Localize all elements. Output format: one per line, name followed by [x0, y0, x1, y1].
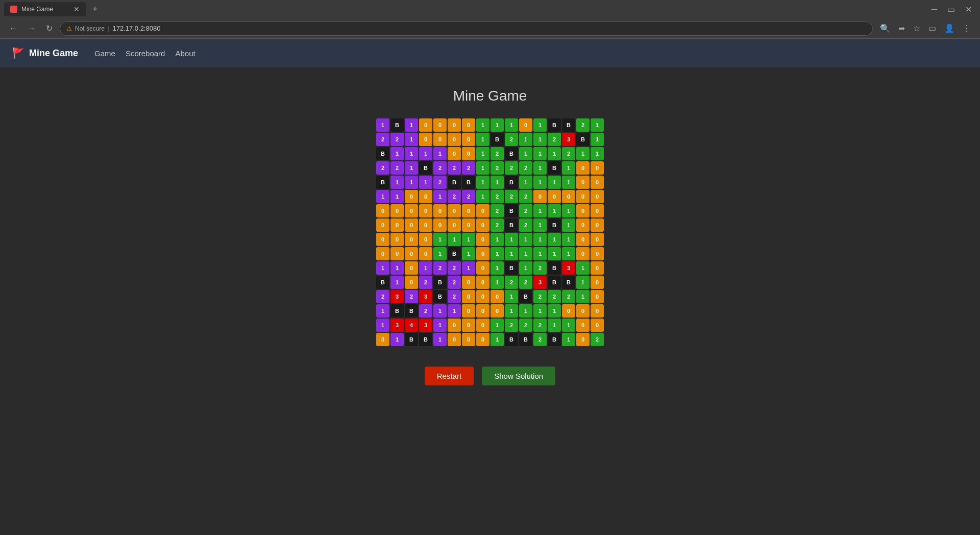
- grid-cell[interactable]: 1: [476, 176, 489, 189]
- grid-cell[interactable]: 0: [476, 261, 489, 275]
- grid-cell[interactable]: 1: [505, 290, 518, 303]
- grid-cell[interactable]: 1: [533, 161, 547, 175]
- grid-cell[interactable]: 1: [405, 161, 418, 175]
- grid-cell[interactable]: 0: [448, 118, 461, 132]
- grid-cell[interactable]: 0: [433, 133, 447, 146]
- grid-cell[interactable]: 1: [491, 176, 504, 189]
- grid-cell[interactable]: 0: [419, 118, 432, 132]
- grid-cell[interactable]: 0: [476, 333, 489, 346]
- grid-cell[interactable]: 0: [562, 304, 575, 318]
- grid-cell[interactable]: 0: [419, 218, 432, 232]
- grid-cell[interactable]: 0: [419, 190, 432, 203]
- grid-cell[interactable]: 1: [491, 276, 504, 289]
- grid-cell[interactable]: B: [505, 333, 518, 346]
- grid-cell[interactable]: 2: [505, 133, 518, 146]
- grid-cell[interactable]: 1: [491, 247, 504, 260]
- grid-cell[interactable]: 2: [548, 290, 561, 303]
- grid-cell[interactable]: 2: [548, 133, 561, 146]
- grid-cell[interactable]: 1: [519, 261, 532, 275]
- menu-button[interactable]: ⋮: [960, 21, 974, 35]
- grid-cell[interactable]: 1: [491, 319, 504, 332]
- grid-cell[interactable]: 3: [562, 261, 575, 275]
- grid-cell[interactable]: 2: [491, 204, 504, 217]
- grid-cell[interactable]: 1: [405, 147, 418, 160]
- grid-cell[interactable]: 2: [562, 290, 575, 303]
- grid-cell[interactable]: 0: [591, 319, 604, 332]
- grid-cell[interactable]: 1: [376, 319, 389, 332]
- grid-cell[interactable]: 0: [462, 290, 475, 303]
- grid-cell[interactable]: 1: [562, 176, 575, 189]
- grid-cell[interactable]: 2: [390, 161, 404, 175]
- grid-cell[interactable]: 0: [405, 247, 418, 260]
- grid-cell[interactable]: B: [576, 133, 590, 146]
- grid-cell[interactable]: B: [505, 147, 518, 160]
- grid-cell[interactable]: 2: [576, 118, 590, 132]
- grid-cell[interactable]: 1: [405, 176, 418, 189]
- grid-cell[interactable]: B: [548, 261, 561, 275]
- grid-cell[interactable]: 1: [505, 118, 518, 132]
- grid-cell[interactable]: 0: [433, 218, 447, 232]
- grid-cell[interactable]: 0: [390, 204, 404, 217]
- grid-cell[interactable]: 2: [433, 176, 447, 189]
- grid-cell[interactable]: 1: [419, 147, 432, 160]
- restore-button[interactable]: ▭: [943, 3, 959, 16]
- grid-cell[interactable]: 1: [433, 247, 447, 260]
- grid-cell[interactable]: B: [390, 304, 404, 318]
- grid-cell[interactable]: 3: [562, 133, 575, 146]
- restart-button[interactable]: Restart: [425, 367, 474, 385]
- grid-cell[interactable]: 2: [519, 218, 532, 232]
- grid-cell[interactable]: B: [562, 276, 575, 289]
- grid-cell[interactable]: 1: [576, 276, 590, 289]
- grid-cell[interactable]: 0: [591, 276, 604, 289]
- grid-cell[interactable]: B: [505, 261, 518, 275]
- grid-cell[interactable]: 0: [376, 204, 389, 217]
- grid-cell[interactable]: 1: [390, 261, 404, 275]
- grid-cell[interactable]: 2: [505, 190, 518, 203]
- grid-cell[interactable]: 0: [576, 304, 590, 318]
- grid-cell[interactable]: 0: [419, 204, 432, 217]
- grid-cell[interactable]: 3: [390, 290, 404, 303]
- grid-cell[interactable]: 2: [376, 290, 389, 303]
- grid-cell[interactable]: 2: [433, 161, 447, 175]
- grid-cell[interactable]: B: [548, 276, 561, 289]
- grid-cell[interactable]: 0: [390, 233, 404, 246]
- grid-cell[interactable]: 1: [533, 118, 547, 132]
- grid-cell[interactable]: 0: [419, 247, 432, 260]
- grid-cell[interactable]: 1: [562, 233, 575, 246]
- grid-cell[interactable]: 2: [519, 161, 532, 175]
- grid-cell[interactable]: 0: [419, 133, 432, 146]
- grid-cell[interactable]: 1: [548, 233, 561, 246]
- grid-cell[interactable]: 1: [433, 233, 447, 246]
- grid-cell[interactable]: 0: [591, 218, 604, 232]
- grid-cell[interactable]: 0: [591, 261, 604, 275]
- grid-cell[interactable]: 0: [405, 276, 418, 289]
- grid-cell[interactable]: 0: [576, 161, 590, 175]
- grid-cell[interactable]: 0: [562, 190, 575, 203]
- grid-cell[interactable]: 3: [390, 319, 404, 332]
- grid-cell[interactable]: 0: [462, 319, 475, 332]
- grid-cell[interactable]: B: [491, 133, 504, 146]
- grid-cell[interactable]: 0: [533, 190, 547, 203]
- grid-cell[interactable]: 0: [433, 204, 447, 217]
- grid-cell[interactable]: 1: [476, 118, 489, 132]
- refresh-button[interactable]: ↻: [43, 21, 56, 35]
- grid-cell[interactable]: 2: [376, 133, 389, 146]
- grid-cell[interactable]: B: [505, 204, 518, 217]
- grid-cell[interactable]: 0: [491, 290, 504, 303]
- grid-cell[interactable]: B: [376, 147, 389, 160]
- grid-cell[interactable]: 0: [591, 304, 604, 318]
- grid-cell[interactable]: 2: [505, 319, 518, 332]
- grid-cell[interactable]: 3: [419, 319, 432, 332]
- grid-cell[interactable]: 1: [576, 290, 590, 303]
- grid-cell[interactable]: 0: [462, 133, 475, 146]
- grid-cell[interactable]: 1: [448, 304, 461, 318]
- reader-button[interactable]: ▭: [925, 21, 939, 35]
- grid-cell[interactable]: 0: [591, 161, 604, 175]
- grid-cell[interactable]: 2: [519, 204, 532, 217]
- grid-cell[interactable]: B: [433, 276, 447, 289]
- grid-cell[interactable]: 0: [448, 204, 461, 217]
- grid-cell[interactable]: B: [390, 118, 404, 132]
- grid-cell[interactable]: 2: [533, 319, 547, 332]
- grid-cell[interactable]: B: [548, 333, 561, 346]
- grid-cell[interactable]: 1: [533, 247, 547, 260]
